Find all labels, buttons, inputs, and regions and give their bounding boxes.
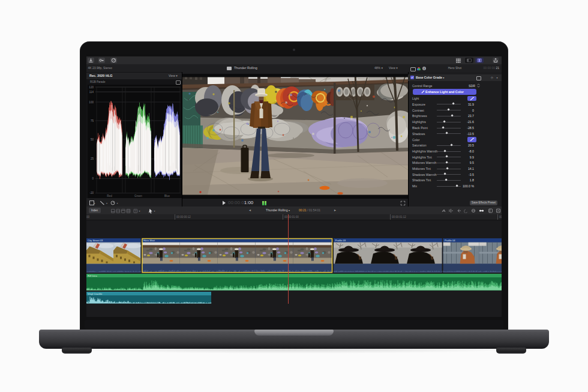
svg-text:Hero Shot: Hero Shot — [143, 239, 155, 242]
svg-text:25: 25 — [91, 157, 94, 160]
svg-text:Green: Green — [134, 194, 142, 198]
svg-text:114: 114 — [89, 91, 94, 94]
svg-text:Riff Intro: Riff Intro — [88, 274, 97, 277]
svg-text:100: 100 — [89, 101, 94, 104]
svg-text:City Street 03: City Street 03 — [88, 239, 103, 242]
svg-text:-20: -20 — [89, 191, 94, 194]
svg-text:Blue: Blue — [164, 194, 170, 198]
svg-text:Vinyl Crackle: Vinyl Crackle — [88, 292, 103, 295]
svg-text:0: 0 — [92, 177, 94, 180]
svg-text:Red: Red — [107, 194, 112, 198]
svg-text:50: 50 — [91, 138, 94, 141]
svg-text:120: 120 — [89, 86, 94, 89]
svg-text:75: 75 — [91, 119, 94, 122]
svg-text:Profile 04: Profile 04 — [445, 239, 455, 242]
svg-text:Profile 03: Profile 03 — [335, 239, 346, 242]
